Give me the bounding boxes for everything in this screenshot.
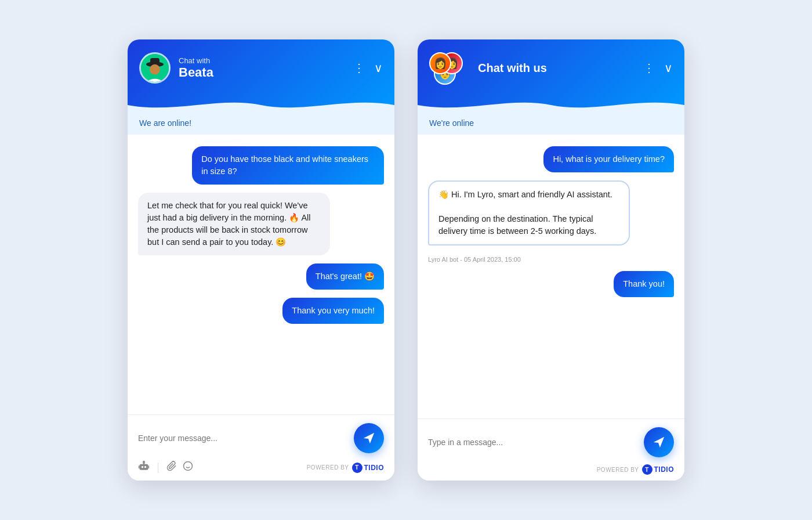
chat-footer-2: POWERED BY T TIDIO bbox=[418, 418, 684, 481]
chat-input-2[interactable] bbox=[428, 438, 638, 447]
chat-header-avatars: 👩 👩 👨 bbox=[429, 52, 470, 84]
tidio-icon: T bbox=[352, 463, 362, 473]
powered-by-2: POWERED BY T TIDIO bbox=[597, 464, 674, 475]
message-1-3: That's great! 🤩 bbox=[306, 263, 384, 290]
svg-point-6 bbox=[144, 466, 146, 468]
powered-by-1: POWERED BY T TIDIO bbox=[307, 463, 384, 473]
toolbar-divider bbox=[158, 463, 158, 473]
svg-point-3 bbox=[150, 64, 160, 75]
attachment-icon[interactable] bbox=[166, 461, 177, 474]
svg-rect-10 bbox=[148, 465, 150, 468]
message-2-3: Thank you! bbox=[614, 271, 674, 297]
tidio-logo-1: T TIDIO bbox=[352, 463, 385, 473]
online-banner-1: We are online! bbox=[128, 111, 394, 135]
chat-widget-lyro: 👩 👩 👨 Chat with us ⋮ ∨ We're online Hi, … bbox=[418, 39, 684, 481]
collapse-icon-lyro[interactable]: ∨ bbox=[664, 61, 673, 75]
more-icon-lyro[interactable]: ⋮ bbox=[643, 61, 655, 75]
bot-icon[interactable] bbox=[138, 460, 150, 475]
svg-point-5 bbox=[142, 466, 143, 468]
message-1-4: Thank you very much! bbox=[282, 298, 384, 324]
header-wave bbox=[128, 96, 394, 114]
message-2-1: Hi, what is your delivery time? bbox=[543, 146, 674, 172]
send-button-1[interactable] bbox=[354, 423, 384, 453]
svg-rect-2 bbox=[150, 58, 160, 65]
chat-header-info-beata: Chat with Beata bbox=[179, 56, 345, 80]
message-1-1: Do you have those black and white sneake… bbox=[192, 146, 384, 185]
chat-footer-1: POWERED BY T TIDIO bbox=[128, 414, 394, 481]
chat-header-beata: Chat with Beata ⋮ ∨ bbox=[128, 39, 394, 113]
svg-rect-9 bbox=[139, 465, 140, 468]
chat-messages-1: Do you have those black and white sneake… bbox=[128, 135, 394, 414]
message-1-2: Let me check that for you real quick! We… bbox=[138, 193, 330, 255]
avatar-1: 👩 bbox=[429, 52, 451, 74]
svg-point-11 bbox=[184, 462, 193, 471]
chat-header-info-lyro: Chat with us bbox=[478, 62, 635, 75]
chat-toolbar-1: POWERED BY T TIDIO bbox=[138, 460, 384, 475]
svg-point-8 bbox=[143, 461, 144, 463]
chat-widget-beata: Chat with Beata ⋮ ∨ We are online! Do yo… bbox=[128, 39, 394, 481]
chat-header-actions-lyro: ⋮ ∨ bbox=[643, 61, 673, 75]
more-icon[interactable]: ⋮ bbox=[353, 61, 365, 75]
send-button-2[interactable] bbox=[644, 427, 674, 457]
chat-title-lyro: Chat with us bbox=[478, 62, 635, 75]
chat-header-actions: ⋮ ∨ bbox=[353, 61, 383, 75]
svg-rect-4 bbox=[140, 464, 148, 470]
chat-toolbar-2: POWERED BY T TIDIO bbox=[428, 464, 674, 475]
chat-title: Beata bbox=[179, 65, 345, 80]
tidio-icon-2: T bbox=[642, 464, 652, 475]
emoji-icon[interactable] bbox=[183, 461, 193, 474]
chat-header-lyro: 👩 👩 👨 Chat with us ⋮ ∨ bbox=[418, 39, 684, 113]
message-2-2: 👋 Hi. I'm Lyro, smart and friendly AI as… bbox=[428, 180, 630, 245]
chat-messages-2: Hi, what is your delivery time? 👋 Hi. I'… bbox=[418, 135, 684, 418]
tidio-logo-2: T TIDIO bbox=[642, 464, 675, 475]
online-banner-2: We're online bbox=[418, 111, 684, 135]
chat-subtitle: Chat with bbox=[179, 56, 345, 65]
avatar-beata bbox=[139, 52, 171, 84]
header-wave-lyro bbox=[418, 96, 684, 114]
collapse-icon[interactable]: ∨ bbox=[374, 61, 383, 75]
chat-input-row-2 bbox=[428, 427, 674, 457]
chat-input-row-1 bbox=[138, 423, 384, 453]
chat-input-1[interactable] bbox=[138, 434, 348, 443]
message-2-timestamp: Lyro AI bot - 05 April 2023, 15:00 bbox=[428, 256, 521, 263]
